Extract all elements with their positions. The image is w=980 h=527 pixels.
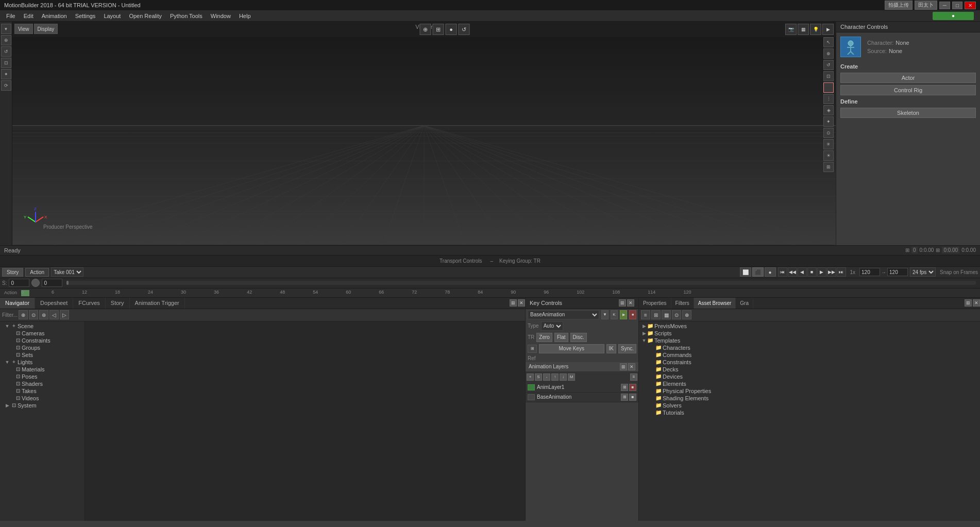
key-btn-small[interactable]: K [611,310,618,319]
tool-icon-4[interactable]: ⊡ [823,71,834,81]
start-frame-input[interactable] [859,268,880,276]
res-list-view-btn[interactable]: ≡ [641,310,650,319]
tree-groups[interactable]: ⊡ Groups [0,344,85,351]
control-rig-btn[interactable]: Control Rig [840,85,976,95]
res-characters[interactable]: 📁 Characters [639,344,980,351]
tool-icon-3[interactable]: ↺ [823,60,834,70]
layer-2-lock[interactable]: ⊞ [621,394,628,401]
disc-btn[interactable]: Disc. [570,333,587,342]
s-input[interactable] [9,279,29,287]
res-tutorials[interactable]: 📁 Tutorials [639,409,980,416]
tree-sets[interactable]: ⊡ Sets [0,351,85,359]
layer-1-vis[interactable]: ■ [629,384,636,391]
tab-fcurves[interactable]: FCurves [73,298,106,309]
res-prevismoves[interactable]: ▶ 📁 PrevisMoves [639,322,980,330]
tab-properties[interactable]: Properties [639,297,671,309]
nav-panel-expand[interactable]: ⊞ [510,299,517,307]
zoom-icon[interactable]: ● [446,24,457,35]
tool-icon-5[interactable] [823,82,834,93]
layer-merge-btn[interactable]: M [568,373,575,381]
layer-down-btn[interactable]: ↓ [560,373,567,381]
tab-gra[interactable]: Gra [736,297,753,309]
anim-layers-expand[interactable]: ⊞ [620,363,627,370]
go-start-btn[interactable]: ⏮ [778,267,787,277]
go-end-btn[interactable]: ⏭ [837,267,846,277]
type-select[interactable]: Auto [541,321,563,331]
fps-select[interactable]: 24 fps 30 fps [910,267,936,277]
orbit-icon[interactable]: ⊕ [420,24,431,35]
menu-settings[interactable]: Settings [71,12,100,20]
flat-btn[interactable]: Flat [554,333,568,342]
actor-btn[interactable]: Actor [840,73,976,83]
tool-icon-7[interactable]: ◈ [823,105,834,115]
tree-videos[interactable]: ⊡ Videos [0,395,85,402]
res-physical-properties[interactable]: 📁 Physical Properties [639,387,980,395]
res-elements[interactable]: 📁 Elements [639,380,980,387]
loop-btn[interactable]: ⬜ [740,267,751,277]
tab-filters[interactable]: Filters [671,297,694,309]
tab-asset-browser[interactable]: Asset Browser [694,297,736,309]
anim-dropdown-btn[interactable]: ▼ [601,310,609,319]
res-shading-elements[interactable]: 📁 Shading Elements [639,395,980,402]
tool-icon-8[interactable]: ✦ [823,116,834,127]
minimize-btn[interactable]: ─ [939,2,950,9]
anim-layer-row-2[interactable]: BaseAnimation ⊞ ■ [526,393,638,402]
user-btn[interactable]: 田太卜 [915,1,937,10]
anim-layer-row-1[interactable]: AnimLayer1 ⊞ ■ [526,383,638,393]
end-input[interactable] [42,279,62,287]
scrubber-handle[interactable] [66,281,69,285]
close-btn[interactable]: ✕ [965,2,976,9]
left-icon-6[interactable]: ⟳ [1,80,11,91]
grid-icon[interactable]: ▦ [798,24,809,35]
action-tab[interactable]: Action [25,268,49,277]
nav-btn-2[interactable]: ⊙ [29,310,38,319]
menu-file[interactable]: File [2,12,20,20]
layer-up-btn[interactable]: ↑ [551,373,559,381]
res-decks[interactable]: 📁 Decks [639,366,980,373]
res-large-view-btn[interactable]: ⊕ [682,310,691,319]
play-btn[interactable]: ▶ [817,267,826,277]
timeline-ruler[interactable]: Action 0 6 12 18 24 30 36 42 48 54 60 66 [0,288,980,298]
menu-python-tools[interactable]: Python Tools [166,12,207,20]
res-commands[interactable]: 📁 Commands [639,351,980,359]
stop-small-btn[interactable]: ■ [629,310,636,319]
step-back-btn[interactable]: ◀ [798,267,807,277]
nav-panel-close[interactable]: ✕ [518,299,525,307]
tree-shaders[interactable]: ⊡ Shaders [0,380,85,387]
render-icon[interactable]: ▶ [822,24,834,35]
rotate-icon[interactable]: ↺ [459,24,470,35]
tab-animation-trigger[interactable]: Animation Trigger [130,298,185,309]
layer-solo-btn[interactable]: S [535,373,542,381]
camera-icon[interactable]: 📷 [785,24,797,35]
take-select[interactable]: Take 001 [51,267,83,277]
res-templates[interactable]: ▼ 📁 Templates [639,337,980,344]
prev-key-btn[interactable]: ◀◀ [788,267,797,277]
nav-btn-5[interactable]: ▷ [60,310,69,319]
play-head-btn[interactable] [31,279,40,287]
tab-navigator[interactable]: Navigator [0,298,35,309]
maximize-btn[interactable]: □ [952,2,962,9]
res-panel-close[interactable]: ✕ [973,299,980,307]
light-icon[interactable]: 💡 [810,24,821,35]
nav-btn-3[interactable]: ⊛ [39,310,48,319]
ik-btn[interactable]: IK [606,344,616,353]
layer-more-btn[interactable]: ≡ [630,373,637,381]
tree-takes[interactable]: ⊡ Takes [0,387,85,395]
res-detail-view-btn[interactable]: ⊞ [651,310,661,319]
tree-cameras[interactable]: ⊡ Cameras [0,330,85,337]
tree-lights[interactable]: ▼ + Lights [0,359,85,366]
tool-icon-2[interactable]: ⊕ [823,48,834,59]
animation-select[interactable]: BaseAnimation [528,310,599,319]
tool-icon-1[interactable]: ↖ [823,37,834,47]
tool-icon-10[interactable]: ✳ [823,139,834,149]
nav-btn-4[interactable]: ◁ [49,310,59,319]
key-panel-close[interactable]: ✕ [627,299,634,307]
upload-btn[interactable]: 拍摄上传 [885,1,913,10]
tab-story[interactable]: Story [106,298,130,309]
menu-open-reality[interactable]: Open Reality [125,12,166,20]
step-fwd-btn[interactable]: ▶▶ [827,267,836,277]
end-frame-input[interactable] [887,268,908,276]
stop-btn[interactable]: ■ [807,267,817,277]
res-devices[interactable]: 📁 Devices [639,373,980,380]
tree-constraints[interactable]: ⊡ Constraints [0,337,85,344]
